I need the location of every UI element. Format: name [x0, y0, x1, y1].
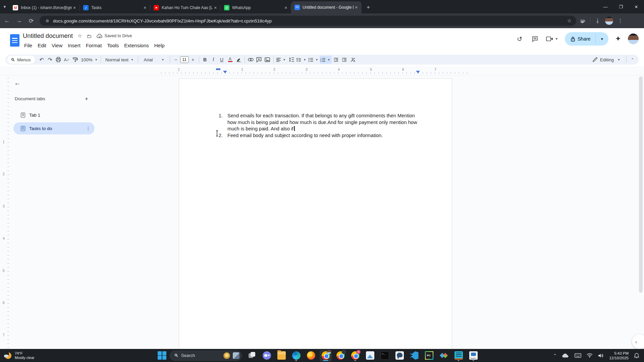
back-icon[interactable]: ←	[2, 16, 12, 26]
search-highlight-photo-icon[interactable]	[233, 352, 239, 359]
browser-profile-avatar[interactable]	[605, 17, 613, 25]
volume-icon[interactable]	[598, 353, 604, 358]
restore-button[interactable]: ❐	[613, 0, 629, 13]
increase-font-size-button[interactable]: +	[189, 56, 197, 64]
left-indent-marker[interactable]	[223, 71, 227, 73]
reload-icon[interactable]: ⟳	[26, 16, 36, 26]
zoom-select[interactable]: 100% ▼	[79, 56, 99, 64]
star-icon[interactable]: ☆	[77, 33, 82, 39]
insert-image-button[interactable]	[263, 56, 272, 64]
bold-button[interactable]: B	[201, 56, 209, 64]
right-indent-marker[interactable]	[416, 71, 420, 73]
text-color-button[interactable]: A	[226, 56, 234, 64]
font-select[interactable]: Arial ▼	[140, 56, 168, 64]
google-docs-logo[interactable]	[10, 34, 19, 47]
menu-file[interactable]: File	[21, 42, 35, 49]
menu-format[interactable]: Format	[83, 42, 105, 49]
italic-button[interactable]: I	[209, 56, 218, 64]
search-highlight-medal-icon[interactable]	[223, 352, 230, 359]
menus-search-pill[interactable]: 🔍︎ Menus	[7, 56, 35, 64]
move-folder-icon[interactable]: 🗀	[87, 33, 92, 39]
tab-options-kebab-icon[interactable]: ⋮	[86, 126, 91, 131]
vscode-button[interactable]	[408, 350, 420, 361]
show-side-panel-button[interactable]: ‹	[632, 334, 644, 349]
taskbar-search[interactable]: 🔍︎ Search	[170, 351, 242, 361]
onedrive-icon[interactable]	[562, 353, 569, 358]
clear-formatting-button[interactable]: T	[348, 56, 357, 64]
decrease-font-size-button[interactable]: −	[172, 56, 180, 64]
new-tab-button[interactable]: +	[364, 3, 373, 12]
close-icon[interactable]: ✕	[142, 5, 148, 10]
insert-link-button[interactable]	[247, 56, 255, 64]
menu-edit[interactable]: Edit	[35, 42, 49, 49]
vertical-ruler[interactable]: 1 2 3 4 5 6 7	[0, 75, 10, 349]
comments-icon[interactable]	[531, 35, 539, 43]
share-dropdown-caret[interactable]: ▼	[596, 37, 608, 41]
gemini-sparkle-icon[interactable]: ✦	[615, 35, 621, 43]
chrome-profile2-button[interactable]	[334, 350, 346, 361]
doc-tab-item-tab1[interactable]: Tab 1	[13, 109, 95, 121]
start-button[interactable]	[158, 351, 166, 360]
horizontal-ruler[interactable]: 1 1 2 3 4 5 6 7	[0, 66, 644, 75]
diamond-ide-button[interactable]	[438, 350, 450, 361]
postgresql-button[interactable]	[393, 350, 406, 361]
close-window-button[interactable]: ✕	[629, 0, 644, 13]
forward-icon[interactable]: →	[14, 16, 24, 26]
list-item[interactable]: 1. Send emails for each transaction. If …	[179, 113, 452, 132]
font-size-input[interactable]: 11	[180, 56, 189, 63]
file-explorer-button[interactable]	[275, 350, 287, 361]
notification-bell-icon[interactable]	[634, 353, 639, 358]
site-info-icon[interactable]: ⊜	[44, 18, 50, 24]
close-icon[interactable]: ✕	[354, 5, 359, 10]
edge-button[interactable]	[290, 350, 302, 361]
editing-mode-button[interactable]: Editing ▼	[589, 57, 625, 62]
url-text[interactable]: docs.google.com/document/d/1IlCRHsXQCY-J…	[53, 18, 566, 23]
close-icon[interactable]: ✕	[283, 5, 288, 10]
chrome-profile1-button-active[interactable]	[320, 350, 332, 361]
undo-button[interactable]: ↶	[38, 56, 46, 64]
terminal-button[interactable]	[379, 350, 391, 361]
browser-tab-docs-active[interactable]: Untitled document - Google Do ✕	[291, 1, 362, 13]
extensions-icon[interactable]: 🧩︎	[580, 18, 585, 24]
firefox-button[interactable]	[305, 350, 317, 361]
share-button[interactable]: Share ▼	[565, 32, 608, 46]
add-comment-button[interactable]	[255, 56, 263, 64]
browser-tab-gmail[interactable]: Inbox (1) - ishann.tforce@gmai ✕	[9, 2, 80, 13]
first-line-indent-marker[interactable]	[216, 68, 220, 70]
close-icon[interactable]: ✕	[72, 5, 77, 10]
chat-app-button[interactable]	[261, 350, 273, 361]
align-button[interactable]: ▼	[275, 56, 287, 64]
print-button[interactable]	[54, 56, 63, 64]
browser-tab-youtube[interactable]: Kahan Ho Tum Chale Aao [Lyric ✕	[150, 2, 221, 13]
photos-app-button[interactable]	[364, 350, 376, 361]
weather-widget[interactable]: 74°F Mostly clear	[0, 351, 67, 360]
menu-help[interactable]: Help	[152, 42, 167, 49]
video-call-icon[interactable]: ▼	[546, 35, 558, 43]
chevron-down-icon[interactable]: ▼	[555, 37, 558, 41]
bulleted-list-button[interactable]: ▼	[308, 56, 320, 64]
menu-tools[interactable]: Tools	[104, 42, 121, 49]
close-icon[interactable]: ✕	[213, 5, 218, 10]
tray-chevron-up-icon[interactable]: ⌃	[553, 353, 556, 358]
chevron-down-icon[interactable]: ▼	[0, 0, 9, 13]
browser-tab-whatsapp[interactable]: WhatsApp ✕	[221, 2, 291, 13]
document-page[interactable]: 1. Send emails for each transaction. If …	[179, 78, 452, 349]
paint-format-button[interactable]	[71, 56, 79, 64]
document-text[interactable]: 1. Send emails for each transaction. If …	[179, 113, 452, 139]
taskbar-clock[interactable]: 5:43 PM 12/10/2025	[609, 351, 629, 360]
checklist-button[interactable]: ▼	[296, 56, 308, 64]
taskpro-button[interactable]: TaskPro	[467, 350, 479, 361]
document-title[interactable]: Untitled document	[23, 32, 73, 40]
list-item[interactable]: 2. Feed email body and subject according…	[179, 132, 452, 139]
account-avatar[interactable]	[628, 34, 639, 44]
increase-indent-button[interactable]	[340, 56, 348, 64]
collapse-toolbar-chevron[interactable]: ⌃	[628, 56, 637, 64]
back-arrow-icon[interactable]: ←	[13, 78, 22, 87]
menu-insert[interactable]: Insert	[65, 42, 83, 49]
minimize-button[interactable]: —	[598, 0, 613, 13]
wifi-icon[interactable]	[587, 353, 593, 358]
vertical-scrollbar[interactable]	[639, 76, 643, 293]
touch-keyboard-icon[interactable]	[575, 353, 581, 358]
save-status[interactable]: Saved to Drive	[97, 34, 132, 38]
browser-menu-kebab-icon[interactable]: ⋮	[618, 18, 623, 24]
